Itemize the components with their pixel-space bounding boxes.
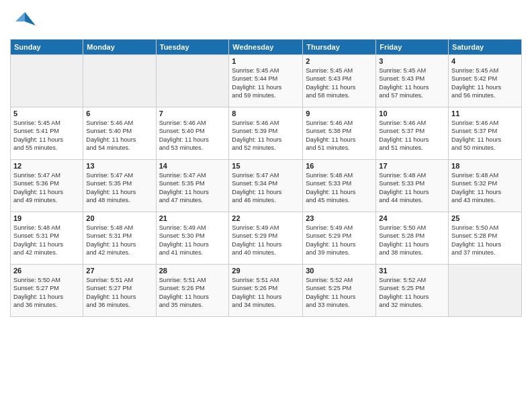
day-info: Sunrise: 5:45 AMSunset: 5:42 PMDaylight:… [451, 66, 519, 100]
day-number: 14 [159, 162, 226, 170]
day-info: Sunrise: 5:47 AMSunset: 5:35 PMDaylight:… [86, 171, 152, 205]
day-number: 17 [379, 162, 445, 170]
week-row-1: 1Sunrise: 5:45 AMSunset: 5:44 PMDaylight… [11, 55, 522, 107]
calendar-cell: 25Sunrise: 5:50 AMSunset: 5:28 PMDayligh… [449, 212, 522, 265]
header [10, 7, 522, 34]
weekday-header-thursday: Thursday [303, 40, 376, 55]
day-info: Sunrise: 5:49 AMSunset: 5:29 PMDaylight:… [232, 224, 300, 257]
day-number: 7 [159, 109, 226, 118]
day-number: 31 [379, 267, 445, 275]
calendar-cell [156, 55, 229, 107]
day-number: 28 [159, 267, 226, 275]
day-number: 24 [379, 214, 445, 222]
calendar: SundayMondayTuesdayWednesdayThursdayFrid… [10, 39, 522, 317]
day-number: 12 [13, 162, 80, 170]
day-info: Sunrise: 5:52 AMSunset: 5:25 PMDaylight:… [306, 276, 373, 310]
day-info: Sunrise: 5:48 AMSunset: 5:31 PMDaylight:… [86, 224, 152, 257]
day-info: Sunrise: 5:48 AMSunset: 5:32 PMDaylight:… [451, 171, 519, 205]
week-row-4: 19Sunrise: 5:48 AMSunset: 5:31 PMDayligh… [11, 212, 522, 265]
calendar-cell: 2Sunrise: 5:45 AMSunset: 5:43 PMDaylight… [303, 55, 376, 107]
page: SundayMondayTuesdayWednesdayThursdayFrid… [0, 0, 532, 411]
calendar-cell: 17Sunrise: 5:48 AMSunset: 5:33 PMDayligh… [376, 160, 449, 212]
weekday-header-saturday: Saturday [449, 40, 522, 55]
calendar-cell: 26Sunrise: 5:50 AMSunset: 5:27 PMDayligh… [11, 265, 83, 317]
calendar-cell: 22Sunrise: 5:49 AMSunset: 5:29 PMDayligh… [229, 212, 303, 265]
weekday-header-sunday: Sunday [11, 40, 83, 55]
day-number: 4 [451, 57, 519, 65]
calendar-cell: 6Sunrise: 5:46 AMSunset: 5:40 PMDaylight… [83, 107, 156, 160]
day-info: Sunrise: 5:46 AMSunset: 5:39 PMDaylight:… [232, 119, 300, 152]
day-info: Sunrise: 5:45 AMSunset: 5:44 PMDaylight:… [232, 66, 300, 100]
weekday-header-row: SundayMondayTuesdayWednesdayThursdayFrid… [11, 40, 522, 55]
day-info: Sunrise: 5:46 AMSunset: 5:40 PMDaylight:… [159, 119, 226, 152]
calendar-cell: 7Sunrise: 5:46 AMSunset: 5:40 PMDaylight… [156, 107, 229, 160]
day-info: Sunrise: 5:50 AMSunset: 5:27 PMDaylight:… [13, 276, 80, 310]
calendar-cell: 11Sunrise: 5:46 AMSunset: 5:37 PMDayligh… [449, 107, 522, 160]
calendar-cell: 19Sunrise: 5:48 AMSunset: 5:31 PMDayligh… [11, 212, 83, 265]
day-number: 18 [451, 162, 519, 170]
calendar-cell: 14Sunrise: 5:47 AMSunset: 5:35 PMDayligh… [156, 160, 229, 212]
day-info: Sunrise: 5:49 AMSunset: 5:30 PMDaylight:… [159, 224, 226, 257]
day-number: 16 [306, 162, 373, 170]
calendar-cell [11, 55, 83, 107]
weekday-header-wednesday: Wednesday [229, 40, 303, 55]
calendar-cell: 9Sunrise: 5:46 AMSunset: 5:38 PMDaylight… [303, 107, 376, 160]
calendar-cell: 30Sunrise: 5:52 AMSunset: 5:25 PMDayligh… [303, 265, 376, 317]
day-number: 25 [451, 214, 519, 222]
day-info: Sunrise: 5:48 AMSunset: 5:33 PMDaylight:… [379, 171, 445, 205]
day-info: Sunrise: 5:49 AMSunset: 5:29 PMDaylight:… [306, 224, 373, 257]
svg-marker-1 [15, 12, 25, 21]
day-info: Sunrise: 5:47 AMSunset: 5:34 PMDaylight:… [232, 171, 300, 205]
day-number: 10 [379, 109, 445, 118]
day-number: 3 [379, 57, 445, 65]
day-number: 9 [306, 109, 373, 118]
weekday-header-tuesday: Tuesday [156, 40, 229, 55]
calendar-cell: 29Sunrise: 5:51 AMSunset: 5:26 PMDayligh… [229, 265, 303, 317]
calendar-cell: 21Sunrise: 5:49 AMSunset: 5:30 PMDayligh… [156, 212, 229, 265]
day-info: Sunrise: 5:50 AMSunset: 5:28 PMDaylight:… [379, 224, 445, 257]
weekday-header-friday: Friday [376, 40, 449, 55]
day-info: Sunrise: 5:46 AMSunset: 5:38 PMDaylight:… [306, 119, 373, 152]
week-row-2: 5Sunrise: 5:45 AMSunset: 5:41 PMDaylight… [11, 107, 522, 160]
day-info: Sunrise: 5:46 AMSunset: 5:37 PMDaylight:… [379, 119, 445, 152]
day-info: Sunrise: 5:47 AMSunset: 5:36 PMDaylight:… [13, 171, 80, 205]
calendar-cell: 28Sunrise: 5:51 AMSunset: 5:26 PMDayligh… [156, 265, 229, 317]
calendar-cell: 16Sunrise: 5:48 AMSunset: 5:33 PMDayligh… [303, 160, 376, 212]
week-row-3: 12Sunrise: 5:47 AMSunset: 5:36 PMDayligh… [11, 160, 522, 212]
calendar-cell: 23Sunrise: 5:49 AMSunset: 5:29 PMDayligh… [303, 212, 376, 265]
day-number: 2 [306, 57, 373, 65]
calendar-cell: 15Sunrise: 5:47 AMSunset: 5:34 PMDayligh… [229, 160, 303, 212]
calendar-cell: 8Sunrise: 5:46 AMSunset: 5:39 PMDaylight… [229, 107, 303, 160]
day-number: 21 [159, 214, 226, 222]
calendar-cell: 3Sunrise: 5:45 AMSunset: 5:43 PMDaylight… [376, 55, 449, 107]
weekday-header-monday: Monday [83, 40, 156, 55]
calendar-cell: 4Sunrise: 5:45 AMSunset: 5:42 PMDaylight… [449, 55, 522, 107]
calendar-cell [83, 55, 156, 107]
day-info: Sunrise: 5:45 AMSunset: 5:43 PMDaylight:… [379, 66, 445, 100]
day-number: 26 [13, 267, 80, 275]
day-info: Sunrise: 5:48 AMSunset: 5:31 PMDaylight:… [13, 224, 80, 257]
day-number: 23 [306, 214, 373, 222]
day-number: 19 [13, 214, 80, 222]
day-info: Sunrise: 5:50 AMSunset: 5:28 PMDaylight:… [451, 224, 519, 257]
day-number: 5 [13, 109, 80, 118]
day-number: 6 [86, 109, 152, 118]
day-number: 29 [232, 267, 300, 275]
calendar-cell: 13Sunrise: 5:47 AMSunset: 5:35 PMDayligh… [83, 160, 156, 212]
day-number: 1 [232, 57, 300, 65]
day-info: Sunrise: 5:47 AMSunset: 5:35 PMDaylight:… [159, 171, 226, 205]
calendar-cell: 24Sunrise: 5:50 AMSunset: 5:28 PMDayligh… [376, 212, 449, 265]
day-number: 13 [86, 162, 152, 170]
calendar-cell: 18Sunrise: 5:48 AMSunset: 5:32 PMDayligh… [449, 160, 522, 212]
day-info: Sunrise: 5:46 AMSunset: 5:40 PMDaylight:… [86, 119, 152, 152]
day-info: Sunrise: 5:46 AMSunset: 5:37 PMDaylight:… [451, 119, 519, 152]
logo [10, 7, 37, 34]
day-info: Sunrise: 5:52 AMSunset: 5:25 PMDaylight:… [379, 276, 445, 310]
calendar-cell: 10Sunrise: 5:46 AMSunset: 5:37 PMDayligh… [376, 107, 449, 160]
day-info: Sunrise: 5:51 AMSunset: 5:27 PMDaylight:… [86, 276, 152, 310]
calendar-cell: 27Sunrise: 5:51 AMSunset: 5:27 PMDayligh… [83, 265, 156, 317]
day-info: Sunrise: 5:51 AMSunset: 5:26 PMDaylight:… [159, 276, 226, 310]
day-info: Sunrise: 5:45 AMSunset: 5:43 PMDaylight:… [306, 66, 373, 100]
calendar-cell: 1Sunrise: 5:45 AMSunset: 5:44 PMDaylight… [229, 55, 303, 107]
day-info: Sunrise: 5:45 AMSunset: 5:41 PMDaylight:… [13, 119, 80, 152]
